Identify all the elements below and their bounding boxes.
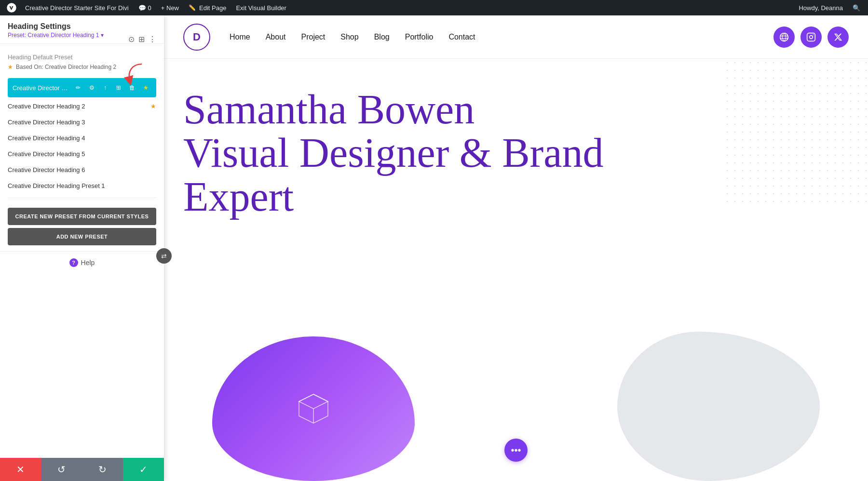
wp-icon[interactable] <box>4 0 19 15</box>
new-content-button[interactable]: + New <box>157 0 183 15</box>
preset-star-icon: ★ <box>150 103 156 110</box>
exit-builder-button[interactable]: Exit Visual Builder <box>232 0 290 15</box>
admin-bar: Creative Director Starter Site For Divi … <box>0 0 868 15</box>
hero-title: Samantha Bowen Visual Designer & Brand E… <box>183 88 617 218</box>
list-item[interactable]: Creative Director Heading 5 <box>0 146 164 162</box>
upload-preset-icon[interactable]: ↑ <box>99 82 111 94</box>
create-preset-button[interactable]: CREATE NEW PRESET FROM CURRENT STYLES <box>8 208 156 225</box>
svg-point-4 <box>813 34 814 35</box>
instagram-link[interactable] <box>800 27 822 48</box>
admin-search-button[interactable]: 🔍 <box>849 0 864 15</box>
nav-blog[interactable]: Blog <box>374 33 390 41</box>
help-icon: ? <box>69 258 78 267</box>
list-item[interactable]: Creative Director Heading 6 <box>0 162 164 178</box>
twitter-x-link[interactable] <box>827 27 849 48</box>
edit-page-button[interactable]: ✏️ Edit Page <box>185 0 230 15</box>
admin-howdy: Howdy, Deanna <box>795 4 847 12</box>
decorative-dots <box>723 59 868 203</box>
dribbble-link[interactable] <box>773 27 795 48</box>
undo-button[interactable]: ↺ <box>41 458 82 481</box>
settings-preset-icon[interactable]: ⚙ <box>86 82 97 94</box>
based-on-star-icon: ★ <box>8 64 13 70</box>
list-item[interactable]: Creative Director Heading Preset 1 <box>0 178 164 194</box>
panel-body: Heading Default Preset ★ Based On: Creat… <box>0 44 164 481</box>
svg-point-3 <box>810 35 813 39</box>
site-navigation: D Home About Project Shop Blog Portfolio… <box>164 15 868 59</box>
fab-button[interactable]: ••• <box>504 439 528 462</box>
comment-icon: 💬 <box>138 4 146 12</box>
site-logo: D <box>183 24 210 51</box>
hero-image-left <box>212 336 415 481</box>
save-button[interactable]: ✓ <box>123 458 164 481</box>
panel-title: Heading Settings <box>8 22 156 31</box>
panel-transfer-handle[interactable]: ⇄ <box>156 248 172 264</box>
more-options-icon[interactable]: ⋮ <box>149 35 156 44</box>
nav-contact[interactable]: Contact <box>448 33 475 41</box>
hero-image-right <box>617 332 820 481</box>
nav-shop[interactable]: Shop <box>340 33 358 41</box>
hero-section: Samantha Bowen Visual Designer & Brand E… <box>164 59 868 481</box>
nav-portfolio[interactable]: Portfolio <box>405 33 434 41</box>
help-label: Help <box>81 259 95 267</box>
list-item[interactable]: Creative Director Heading 2 ★ <box>0 98 164 114</box>
based-on-label: Based On: Creative Director Heading 2 <box>16 64 116 70</box>
svg-rect-2 <box>807 33 815 41</box>
preset-list: Creative Director Heading 2 ★ Creative D… <box>0 98 164 194</box>
active-preset-label: Creative Director H... <box>13 84 69 92</box>
social-links <box>773 27 849 48</box>
edit-preset-icon[interactable]: ✏ <box>72 82 84 94</box>
grid-icon[interactable]: ⊞ <box>138 35 145 44</box>
panel-header: Heading Settings Preset: Creative Direct… <box>0 15 164 44</box>
panel-header-actions: ⊙ ⊞ ⋮ <box>128 35 156 44</box>
main-menu: Home About Project Shop Blog Portfolio C… <box>230 33 475 41</box>
red-arrow-annotation <box>118 62 147 88</box>
close-button[interactable]: ✕ <box>0 458 41 481</box>
default-preset-label: Heading Default Preset <box>8 53 156 61</box>
panel-divider <box>8 198 156 198</box>
list-item[interactable]: Creative Director Heading 3 <box>0 114 164 130</box>
nav-project[interactable]: Project <box>301 33 326 41</box>
help-section[interactable]: ? Help <box>0 251 164 274</box>
site-preview: D Home About Project Shop Blog Portfolio… <box>164 15 868 481</box>
search-icon[interactable]: ⊙ <box>128 35 135 44</box>
nav-about[interactable]: About <box>266 33 286 41</box>
svg-marker-6 <box>299 394 328 409</box>
nav-home[interactable]: Home <box>230 33 250 41</box>
redo-button[interactable]: ↻ <box>82 458 123 481</box>
divi-settings-panel: Heading Settings Preset: Creative Direct… <box>0 15 164 481</box>
site-name-link[interactable]: Creative Director Starter Site For Divi <box>21 0 133 15</box>
add-preset-button[interactable]: ADD NEW PRESET <box>8 228 156 245</box>
list-item[interactable]: Creative Director Heading 4 <box>0 130 164 146</box>
bottom-toolbar: ✕ ↺ ↻ ✓ <box>0 458 164 481</box>
comments-link[interactable]: 💬 0 <box>135 0 155 15</box>
